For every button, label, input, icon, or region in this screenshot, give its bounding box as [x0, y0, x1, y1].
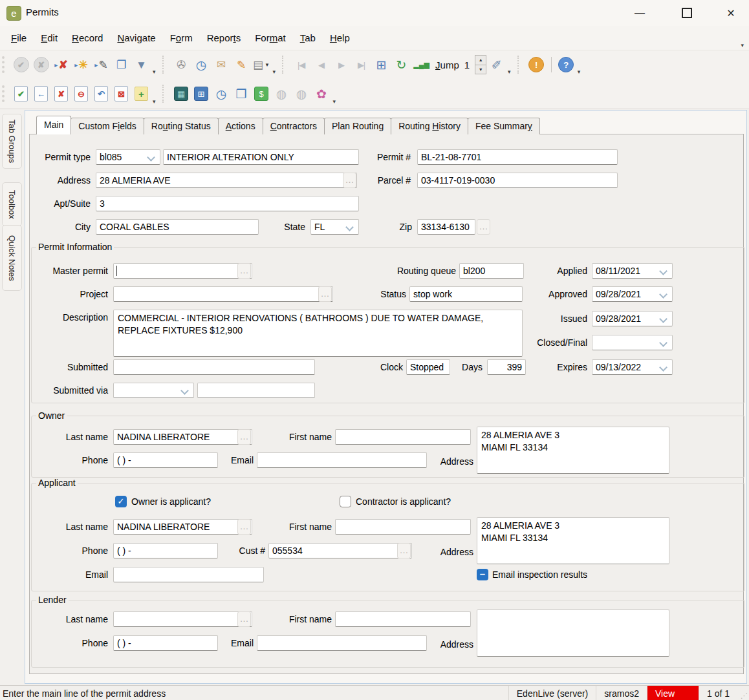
- zip-lookup-button[interactable]: …: [477, 219, 490, 235]
- parcel-number-label: Parcel #: [359, 173, 411, 188]
- lender-last-name-label: Last name: [38, 611, 108, 627]
- routing-queue-field[interactable]: bl200: [459, 263, 524, 279]
- lender-address-box[interactable]: [477, 610, 669, 657]
- permit-type-description-field[interactable]: INTERIOR ALTERATION ONLY: [163, 149, 359, 165]
- status-field[interactable]: stop work: [409, 286, 523, 302]
- clock-label: Clock: [360, 359, 403, 375]
- days-field[interactable]: 399: [487, 359, 526, 375]
- applicant-email-label: Email: [38, 567, 108, 582]
- lender-phone-field[interactable]: ( ) -: [113, 635, 218, 651]
- submitted-via-label: Submitted via: [26, 383, 108, 398]
- applicant-first-name-label: First name: [270, 519, 332, 535]
- applied-date-select[interactable]: 08/11/2021: [592, 263, 673, 279]
- master-permit-field[interactable]: [113, 263, 252, 279]
- permit-form: Permit type bl085 INTERIOR ALTERATION ON…: [0, 0, 749, 700]
- applicant-first-name-field[interactable]: [335, 519, 471, 535]
- expires-label: Expires: [536, 359, 587, 375]
- applicant-email-field[interactable]: [113, 567, 264, 582]
- owner-email-label: Email: [222, 452, 254, 468]
- applicant-last-name-field[interactable]: NADINA LIBERATORE: [113, 519, 252, 535]
- lender-email-field[interactable]: [257, 635, 427, 651]
- state-label: State: [264, 219, 305, 235]
- cust-number-field[interactable]: 055534: [268, 543, 412, 558]
- city-label: City: [26, 219, 91, 235]
- owner-last-name-label: Last name: [38, 429, 108, 445]
- issued-label: Issued: [536, 311, 587, 326]
- owner-is-applicant-label: Owner is applicant?: [131, 496, 211, 507]
- lender-phone-label: Phone: [38, 635, 108, 651]
- address-field[interactable]: 28 ALMERIA AVE: [96, 173, 357, 188]
- apt-suite-field[interactable]: 3: [96, 196, 359, 211]
- owner-email-field[interactable]: [257, 452, 427, 468]
- city-field[interactable]: CORAL GABLES: [96, 219, 259, 235]
- owner-first-name-label: First name: [270, 429, 332, 445]
- owner-lookup-button[interactable]: …: [237, 429, 251, 445]
- cust-number-label: Cust #: [223, 543, 265, 558]
- zip-field[interactable]: 33134-6130: [417, 219, 475, 235]
- issued-date-select[interactable]: 09/28/2021: [592, 311, 673, 326]
- owner-phone-label: Phone: [38, 452, 108, 468]
- applicant-phone-label: Phone: [38, 543, 108, 558]
- permit-type-label: Permit type: [26, 149, 91, 165]
- apt-suite-label: Apt/Suite: [26, 196, 91, 211]
- lender-title: Lender: [36, 595, 69, 605]
- applicant-phone-field[interactable]: ( ) -: [113, 543, 218, 558]
- state-select[interactable]: FL: [310, 219, 359, 235]
- permits-window: e Permits — ✕ FileEditRecordNavigateForm…: [0, 0, 749, 700]
- text-caret: [116, 266, 117, 276]
- lender-lookup-button[interactable]: …: [237, 611, 251, 627]
- applicant-lookup-button[interactable]: …: [237, 519, 251, 535]
- project-field[interactable]: [113, 286, 333, 302]
- owner-first-name-field[interactable]: [335, 429, 471, 445]
- closed-final-label: Closed/Final: [525, 335, 587, 350]
- project-label: Project: [26, 286, 108, 302]
- applicant-last-name-label: Last name: [38, 519, 108, 535]
- owner-phone-field[interactable]: ( ) -: [113, 452, 218, 468]
- routing-queue-label: Routing queue: [380, 263, 456, 279]
- owner-address-label: Address: [435, 454, 473, 469]
- approved-label: Approved: [536, 286, 587, 302]
- submitted-via-field[interactable]: [197, 383, 315, 398]
- contractor-is-applicant-label: Contractor is applicant?: [356, 496, 451, 507]
- parcel-number-field[interactable]: 03-4117-019-0030: [417, 173, 618, 188]
- days-label: Days: [451, 359, 483, 375]
- description-label: Description: [26, 310, 108, 325]
- email-inspection-results-label: Email inspection results: [492, 569, 587, 580]
- owner-address-box[interactable]: 28 ALMERIA AVE 3 MIAMI FL 33134: [477, 427, 669, 474]
- master-permit-label: Master permit: [26, 263, 108, 279]
- permit-number-field[interactable]: BL-21-08-7701: [417, 149, 618, 165]
- applied-label: Applied: [536, 263, 587, 279]
- cust-number-lookup-button[interactable]: …: [397, 543, 411, 558]
- permit-number-label: Permit #: [359, 149, 411, 165]
- applicant-address-box[interactable]: 28 ALMERIA AVE 3 MIAMI FL 33134: [477, 517, 669, 564]
- status-label: Status: [361, 286, 406, 302]
- approved-date-select[interactable]: 09/28/2021: [592, 286, 673, 302]
- lender-first-name-field[interactable]: [335, 611, 471, 627]
- owner-title: Owner: [36, 410, 67, 421]
- owner-is-applicant-checkbox[interactable]: ✓: [115, 496, 127, 507]
- address-label: Address: [26, 173, 91, 188]
- lender-email-label: Email: [222, 635, 254, 651]
- master-permit-lookup-button[interactable]: …: [237, 263, 251, 279]
- address-lookup-button[interactable]: …: [343, 173, 356, 188]
- lender-address-label: Address: [435, 637, 473, 652]
- lender-last-name-field[interactable]: [113, 611, 252, 627]
- lender-first-name-label: First name: [270, 611, 332, 627]
- contractor-is-applicant-checkbox[interactable]: [340, 496, 351, 507]
- submitted-label: Submitted: [26, 359, 108, 375]
- applicant-title: Applicant: [36, 478, 78, 488]
- description-textarea[interactable]: COMMERCIAL - INTERIOR RENOVATIONS ( BATH…: [113, 310, 523, 357]
- project-lookup-button[interactable]: …: [318, 286, 332, 302]
- applicant-address-label: Address: [435, 544, 473, 560]
- owner-last-name-field[interactable]: NADINA LIBERATORE: [113, 429, 252, 445]
- submitted-via-select[interactable]: [113, 383, 194, 398]
- expires-date-select[interactable]: 09/13/2022: [592, 359, 673, 375]
- permit-type-select[interactable]: bl085: [96, 149, 160, 165]
- closed-final-date-select[interactable]: [592, 335, 673, 350]
- zip-label: Zip: [374, 219, 412, 235]
- permit-information-title: Permit Information: [36, 242, 114, 252]
- clock-field[interactable]: Stopped: [406, 359, 450, 375]
- submitted-field[interactable]: [113, 359, 315, 375]
- email-inspection-results-checkbox[interactable]: –: [477, 569, 488, 580]
